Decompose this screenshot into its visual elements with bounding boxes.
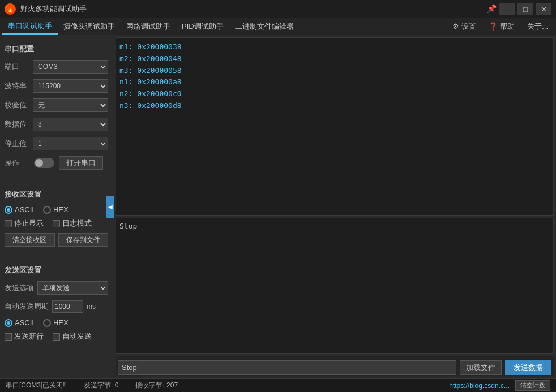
auto-send-checkbox[interactable]: 自动发送 — [53, 331, 92, 342]
gear-icon: ⚙ — [452, 22, 459, 31]
receive-config-title: 接收区设置 — [5, 189, 108, 200]
send-options-select[interactable]: 单项发送 多项发送 — [37, 281, 108, 295]
parity-select[interactable]: 无 奇 偶 — [33, 98, 108, 112]
stop-display-label: 停止显示 — [14, 218, 44, 229]
send-options-checkbox-row: 发送新行 自动发送 — [5, 331, 108, 342]
receive-panel: m1: 0x20000038 m2: 0x20000048 m3: 0x2000… — [116, 37, 554, 216]
newline-box — [5, 333, 12, 341]
close-button[interactable]: ✕ — [536, 3, 551, 15]
clear-count-button[interactable]: 清空计数 — [515, 380, 550, 391]
receive-encoding-row: ASCII HEX — [5, 205, 108, 214]
title-bar-controls: 📌 — □ ✕ — [486, 3, 551, 15]
send-ascii-label: ASCII — [15, 318, 34, 327]
send-options-label: 发送选项 — [5, 283, 34, 293]
log-mode-label: 日志模式 — [62, 218, 92, 229]
menu-bar-right: ⚙ 设置 ❓ 帮助 关于... — [447, 19, 554, 34]
ascii-label: ASCII — [15, 205, 34, 214]
collapse-arrow[interactable]: ◀ — [106, 196, 114, 218]
port-select[interactable]: COM3 COM1 COM2 COM4 — [33, 60, 108, 74]
baudrate-row: 波特率 115200 9600 19200 38400 57600 — [5, 79, 108, 93]
clear-receive-button[interactable]: 清空接收区 — [5, 233, 55, 247]
databits-row: 数据位 8 5 6 7 — [5, 118, 108, 131]
open-port-button[interactable]: 打开串口 — [59, 156, 103, 170]
log-mode-checkbox[interactable]: 日志模式 — [53, 218, 92, 229]
pin-icon[interactable]: 📌 — [486, 3, 497, 14]
auto-period-row: 自动发送周期 ms — [5, 300, 108, 313]
stopbits-label: 停止位 — [5, 139, 29, 149]
serial-config-title: 串口配置 — [5, 44, 108, 54]
receive-options-row: 停止显示 日志模式 — [5, 218, 108, 229]
save-file-button[interactable]: 保存到文件 — [58, 233, 109, 247]
app-title: 野火多功能调试助手 — [20, 4, 87, 14]
menu-binary[interactable]: 二进制文件编辑器 — [229, 19, 300, 34]
send-ascii-circle — [5, 319, 12, 327]
send-hex-circle — [43, 319, 51, 327]
parity-label: 校验位 — [5, 100, 29, 110]
port-row: 端口 COM3 COM1 COM2 COM4 — [5, 60, 108, 74]
operation-label: 操作 — [5, 158, 29, 168]
send-input-field[interactable] — [118, 360, 456, 375]
send-content: Stop — [119, 222, 550, 230]
load-file-button[interactable]: 加载文件 — [460, 360, 502, 375]
log-mode-box — [53, 220, 60, 227]
receive-text: m1: 0x20000038 m2: 0x20000048 m3: 0x2000… — [119, 41, 550, 112]
menu-settings[interactable]: ⚙ 设置 — [447, 19, 482, 34]
port-toggle[interactable] — [34, 158, 54, 168]
send-ascii-radio[interactable]: ASCII — [5, 318, 34, 327]
maximize-button[interactable]: □ — [517, 3, 533, 15]
rx-bytes: 接收字节: 207 — [135, 381, 178, 390]
divider-1 — [5, 179, 108, 179]
content-area: ◀ m1: 0x20000038 m2: 0x20000048 m3: 0x20… — [113, 35, 556, 378]
auto-period-label: 自动发送周期 — [5, 301, 49, 312]
divider-2 — [5, 255, 108, 255]
send-panel: Stop — [116, 218, 554, 354]
minimize-button[interactable]: — — [499, 3, 515, 15]
hex-label: HEX — [53, 205, 69, 214]
databits-select[interactable]: 8 5 6 7 — [33, 118, 108, 131]
operation-row: 操作 打开串口 — [5, 156, 108, 170]
help-label: 帮助 — [500, 21, 515, 32]
ms-label: ms — [87, 303, 96, 311]
auto-send-box — [53, 333, 60, 341]
auto-period-input[interactable] — [52, 300, 83, 313]
baudrate-select[interactable]: 115200 9600 19200 38400 57600 — [33, 79, 108, 93]
stop-display-box — [5, 220, 12, 227]
menu-network[interactable]: 网络调试助手 — [121, 19, 176, 34]
send-bottom-bar: 加载文件 发送数据 — [116, 356, 554, 376]
send-config-title: 发送区设置 — [5, 265, 108, 275]
menu-pid[interactable]: PID调试助手 — [176, 19, 229, 34]
send-hex-radio[interactable]: HEX — [43, 318, 69, 327]
receive-hex-radio[interactable]: HEX — [43, 205, 69, 214]
menu-camera[interactable]: 摄像头调试助手 — [58, 19, 121, 34]
sidebar: 串口配置 端口 COM3 COM1 COM2 COM4 波特率 115200 9… — [0, 35, 113, 378]
send-encoding-row: ASCII HEX — [5, 318, 108, 327]
settings-label: 设置 — [461, 21, 476, 32]
main-layout: 串口配置 端口 COM3 COM1 COM2 COM4 波特率 115200 9… — [0, 35, 556, 378]
site-link[interactable]: https://blog.csdn.c... — [449, 382, 510, 390]
newline-checkbox[interactable]: 发送新行 — [5, 331, 44, 342]
receive-ascii-radio[interactable]: ASCII — [5, 205, 34, 214]
parity-row: 校验位 无 奇 偶 — [5, 98, 108, 112]
baudrate-label: 波特率 — [5, 81, 29, 91]
send-data-button[interactable]: 发送数据 — [505, 360, 551, 375]
app-icon: 🔥 — [5, 3, 16, 15]
ascii-radio-circle — [5, 206, 12, 214]
status-bar: 串口[COM3]已关闭!! 发送字节: 0 接收字节: 207 https://… — [0, 378, 556, 392]
hex-radio-circle — [43, 206, 51, 214]
stopbits-row: 停止位 1 1.5 2 — [5, 137, 108, 150]
send-hex-label: HEX — [53, 318, 69, 327]
tx-bytes: 发送字节: 0 — [84, 381, 118, 390]
help-icon: ❓ — [489, 22, 498, 31]
menu-about[interactable]: 关于... — [521, 19, 554, 34]
newline-label: 发送新行 — [14, 331, 44, 342]
status-right: https://blog.csdn.c... 清空计数 — [449, 380, 550, 391]
menu-help[interactable]: ❓ 帮助 — [483, 19, 520, 34]
auto-send-label: 自动发送 — [62, 331, 92, 342]
stop-display-checkbox[interactable]: 停止显示 — [5, 218, 44, 229]
menu-serial[interactable]: 串口调试助手 — [2, 19, 58, 35]
databits-label: 数据位 — [5, 119, 29, 130]
title-bar: 🔥 野火多功能调试助手 📌 — □ ✕ — [0, 0, 556, 18]
title-bar-left: 🔥 野火多功能调试助手 — [5, 3, 87, 15]
stopbits-select[interactable]: 1 1.5 2 — [33, 137, 108, 150]
send-options-row: 发送选项 单项发送 多项发送 — [5, 281, 108, 295]
